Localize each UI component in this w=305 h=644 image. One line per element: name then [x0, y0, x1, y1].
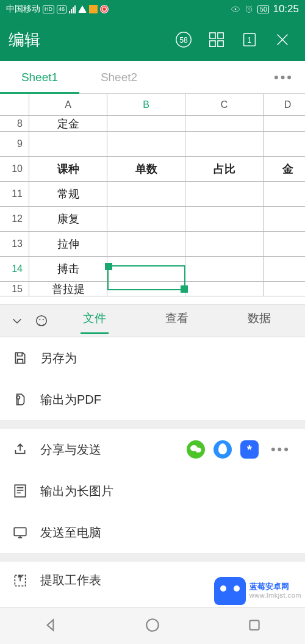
- row-header[interactable]: 14: [0, 257, 29, 282]
- cell[interactable]: 金: [264, 157, 305, 182]
- table-row: 10课种单数占比金: [0, 157, 305, 182]
- row-header[interactable]: 15: [0, 282, 29, 296]
- cell[interactable]: 单数: [107, 157, 185, 182]
- table-row: 15普拉提: [0, 282, 305, 296]
- menu-tab-bar: 文件 查看 数据: [0, 304, 305, 337]
- cell[interactable]: [107, 257, 185, 282]
- menu-label: 另存为: [40, 350, 77, 367]
- row-header[interactable]: 13: [0, 232, 29, 257]
- cell[interactable]: 常规: [29, 182, 107, 207]
- share-icon: [11, 440, 29, 459]
- cell[interactable]: [107, 182, 185, 207]
- collapse-menu-button[interactable]: [5, 309, 29, 333]
- svg-text:58: 58: [179, 36, 188, 45]
- cell[interactable]: [264, 132, 305, 157]
- menu-label: 发送至电脑: [40, 524, 101, 541]
- cell[interactable]: [185, 182, 264, 207]
- menu-item-send-pc[interactable]: 发送至电脑: [0, 512, 305, 553]
- svg-rect-4: [210, 33, 215, 38]
- cell[interactable]: 普拉提: [29, 282, 107, 296]
- menu-item-save-as[interactable]: 另存为: [0, 337, 305, 379]
- row-header[interactable]: 12: [0, 207, 29, 232]
- table-row: 13拉伸: [0, 232, 305, 257]
- cell[interactable]: [107, 116, 185, 132]
- sheet-tabs-more[interactable]: •••: [262, 70, 305, 85]
- menu-item-export-pdf[interactable]: 输出为PDF: [0, 379, 305, 420]
- menu-item-export-image[interactable]: 输出为长图片: [0, 470, 305, 512]
- image-export-icon: [11, 482, 29, 500]
- cell[interactable]: 课种: [29, 157, 107, 182]
- sheet-tab-1[interactable]: Sheet1: [0, 61, 79, 93]
- cell[interactable]: 定金: [29, 116, 107, 132]
- row-header[interactable]: 11: [0, 182, 29, 207]
- hd-badge: HD: [43, 5, 54, 13]
- row-header[interactable]: 10: [0, 157, 29, 182]
- menu-tab-data[interactable]: 数据: [245, 308, 273, 334]
- svg-point-0: [235, 9, 237, 10]
- menu-label: 输出为PDF: [40, 392, 101, 408]
- counter-button[interactable]: 58: [170, 26, 198, 54]
- grid-view-button[interactable]: [203, 26, 231, 54]
- col-header-d[interactable]: D: [264, 94, 305, 116]
- menu-tab-view[interactable]: 查看: [163, 308, 191, 334]
- col-header-a[interactable]: A: [29, 94, 107, 116]
- cell[interactable]: 占比: [185, 157, 264, 182]
- nav-recents-button[interactable]: [246, 617, 262, 635]
- cell[interactable]: 拉伸: [29, 232, 107, 257]
- qq-icon[interactable]: [214, 440, 232, 459]
- cell[interactable]: [185, 282, 264, 296]
- cell[interactable]: 康复: [29, 207, 107, 232]
- svg-rect-6: [210, 41, 215, 46]
- table-row: 11常规: [0, 182, 305, 207]
- battery-badge: 50: [257, 5, 269, 13]
- sheet-tab-2[interactable]: Sheet2: [79, 61, 159, 93]
- app-badge-icon: [89, 5, 98, 13]
- assistant-button[interactable]: [29, 309, 54, 333]
- cell[interactable]: [29, 132, 107, 157]
- svg-rect-14: [15, 485, 25, 497]
- cell[interactable]: [107, 282, 185, 296]
- table-row: 9: [0, 132, 305, 157]
- single-view-button[interactable]: 1: [235, 26, 264, 54]
- svg-point-12: [43, 319, 44, 320]
- menu-label: 提取工作表: [40, 572, 101, 589]
- cell[interactable]: [264, 282, 305, 296]
- clock-label: 10:25: [273, 3, 299, 15]
- cell[interactable]: [264, 232, 305, 257]
- cell[interactable]: [107, 132, 185, 157]
- cell[interactable]: [107, 207, 185, 232]
- col-header-c[interactable]: C: [185, 94, 264, 116]
- cell[interactable]: [264, 257, 305, 282]
- row-header[interactable]: 9: [0, 132, 29, 157]
- menu-label: 分享与发送: [40, 442, 101, 458]
- sheet-tabs: Sheet1 Sheet2 •••: [0, 61, 305, 94]
- cell[interactable]: [185, 132, 264, 157]
- signal-icon: [69, 5, 76, 13]
- toolbar-title: 编辑: [9, 29, 40, 51]
- select-all-corner[interactable]: [0, 94, 29, 116]
- share-more-button[interactable]: •••: [267, 442, 294, 457]
- cell[interactable]: [264, 182, 305, 207]
- cell[interactable]: [185, 116, 264, 132]
- nav-back-button[interactable]: [43, 617, 59, 635]
- spreadsheet[interactable]: A B C D 8定金910课种单数占比金11常规12康复13拉伸14搏击15普…: [0, 94, 305, 304]
- cell[interactable]: [264, 116, 305, 132]
- extract-icon: [11, 571, 29, 589]
- cell[interactable]: [185, 232, 264, 257]
- cell[interactable]: [107, 232, 185, 257]
- close-button[interactable]: [268, 26, 296, 54]
- menu-tab-file[interactable]: 文件: [81, 308, 109, 334]
- cell[interactable]: [264, 207, 305, 232]
- wechat-icon[interactable]: [187, 440, 205, 459]
- cell[interactable]: [185, 257, 264, 282]
- save-icon: [11, 349, 29, 367]
- star-app-icon[interactable]: *: [240, 440, 259, 459]
- nav-home-button[interactable]: [145, 617, 160, 635]
- svg-text:1: 1: [248, 36, 252, 45]
- row-header[interactable]: 8: [0, 116, 29, 132]
- spiral-icon: [100, 5, 109, 13]
- cell[interactable]: 搏击: [29, 257, 107, 282]
- col-header-b[interactable]: B: [107, 94, 185, 116]
- cell[interactable]: [185, 207, 264, 232]
- menu-item-share[interactable]: 分享与发送 * •••: [0, 429, 305, 470]
